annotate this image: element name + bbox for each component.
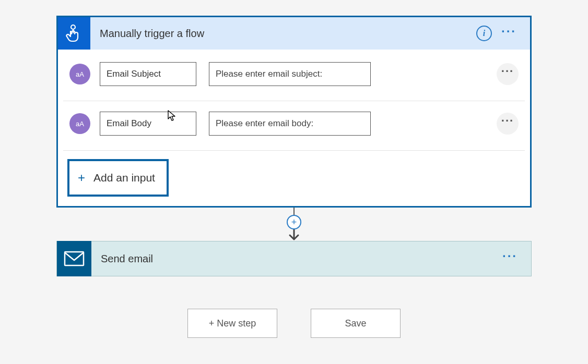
mail-icon: [57, 241, 91, 276]
input-row: aA ···: [63, 52, 525, 101]
add-input-row: + Add an input: [63, 151, 525, 197]
trigger-menu-icon[interactable]: ···: [501, 29, 530, 38]
trigger-body: aA ··· aA ··· +: [58, 50, 530, 206]
input-prompt-field[interactable]: [209, 112, 371, 136]
trigger-header[interactable]: Manually trigger a flow i ···: [58, 17, 530, 50]
input-menu-icon[interactable]: ···: [497, 113, 519, 135]
flow-canvas: Manually trigger a flow i ··· aA ··· aA: [0, 0, 588, 354]
text-type-icon: aA: [69, 113, 90, 134]
action-title: Send email: [91, 253, 502, 265]
trigger-title: Manually trigger a flow: [90, 28, 476, 40]
input-menu-icon[interactable]: ···: [497, 63, 519, 85]
manual-trigger-icon: [58, 17, 90, 50]
action-card[interactable]: Send email ···: [56, 241, 532, 276]
add-input-label: Add an input: [93, 172, 155, 184]
input-row: aA ···: [63, 101, 525, 151]
input-prompt-field[interactable]: [209, 62, 371, 86]
arrow-down-icon: [288, 229, 300, 241]
plus-icon: +: [78, 171, 85, 185]
info-icon[interactable]: i: [476, 26, 492, 41]
action-menu-icon[interactable]: ···: [502, 253, 531, 264]
save-button[interactable]: Save: [311, 309, 401, 338]
svg-point-0: [71, 25, 75, 29]
svg-rect-1: [65, 252, 84, 265]
connector-line: [293, 208, 295, 215]
input-name-field[interactable]: [100, 62, 196, 86]
insert-step-button[interactable]: +: [287, 215, 301, 229]
trigger-card: Manually trigger a flow i ··· aA ··· aA: [56, 16, 532, 208]
add-input-button[interactable]: + Add an input: [67, 159, 169, 197]
input-name-field[interactable]: [100, 112, 196, 136]
new-step-button[interactable]: + New step: [187, 309, 277, 338]
footer-buttons: + New step Save: [187, 309, 401, 338]
text-type-icon: aA: [69, 64, 90, 84]
